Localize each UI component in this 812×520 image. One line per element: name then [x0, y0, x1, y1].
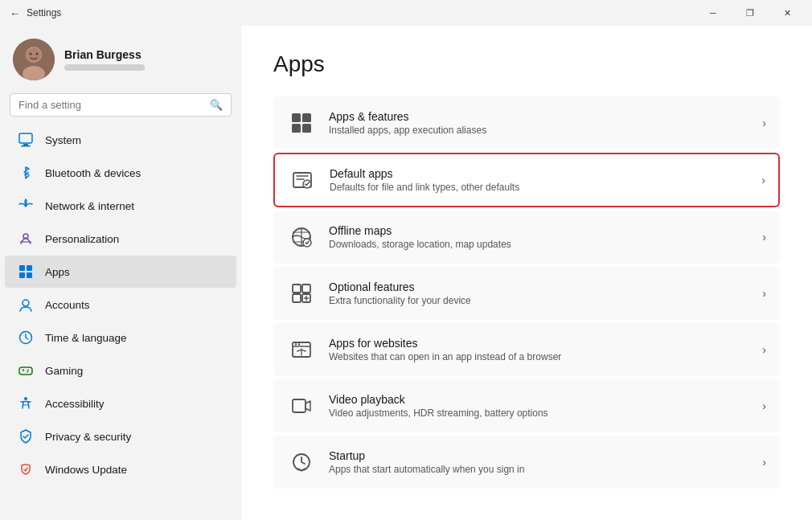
offline-maps-chevron: ›: [762, 231, 766, 244]
sidebar-label-time: Time & language: [45, 332, 127, 344]
svg-point-19: [27, 371, 28, 373]
optional-features-title: Optional features: [329, 280, 749, 293]
sidebar-item-gaming[interactable]: Gaming: [5, 354, 236, 387]
back-icon[interactable]: ←: [10, 7, 20, 19]
default-apps-desc: Defaults for file and link types, other …: [330, 182, 748, 193]
search-icon: 🔍: [210, 99, 223, 111]
apps-websites-icon: [287, 335, 316, 364]
optional-features-text: Optional features Extra functionality fo…: [329, 280, 749, 306]
svg-rect-7: [23, 144, 28, 145]
default-apps-title: Default apps: [330, 167, 748, 180]
network-icon: [18, 198, 34, 214]
svg-rect-8: [21, 145, 31, 147]
update-icon: [18, 461, 34, 477]
apps-websites-text: Apps for websites Websites that can open…: [329, 337, 749, 362]
apps-features-title: Apps & features: [329, 110, 749, 123]
sidebar-item-accounts[interactable]: Accounts: [5, 289, 236, 321]
sidebar-label-privacy: Privacy & security: [45, 431, 131, 443]
sidebar-item-apps[interactable]: Apps: [5, 256, 236, 288]
svg-rect-12: [27, 265, 32, 271]
sidebar-label-system: System: [45, 134, 81, 146]
sidebar-item-time[interactable]: Time & language: [5, 321, 236, 354]
gaming-icon: [18, 362, 34, 379]
sidebar-item-update[interactable]: Windows Update: [5, 453, 236, 485]
minimize-button[interactable]: ─: [695, 0, 732, 26]
sidebar-item-privacy[interactable]: Privacy & security: [5, 420, 236, 452]
settings-item-apps-features[interactable]: Apps & features Installed apps, app exec…: [273, 96, 780, 149]
video-playback-icon: [287, 391, 316, 420]
svg-rect-36: [293, 399, 306, 412]
offline-maps-icon: [287, 223, 316, 252]
settings-item-offline-maps[interactable]: Offline maps Downloads, storage location…: [273, 211, 780, 264]
system-icon: [18, 132, 34, 148]
search-box[interactable]: 🔍: [10, 93, 232, 117]
page-title: Apps: [273, 51, 780, 77]
svg-point-15: [23, 300, 29, 306]
settings-item-video-playback[interactable]: Video playback Video adjustments, HDR st…: [273, 379, 780, 432]
sidebar-label-accessibility: Accessibility: [45, 398, 105, 410]
video-playback-desc: Video adjustments, HDR streaming, batter…: [329, 407, 749, 419]
svg-rect-23: [292, 124, 301, 133]
settings-item-optional-features[interactable]: Optional features Extra functionality fo…: [273, 267, 780, 320]
svg-rect-29: [293, 285, 301, 293]
apps-features-chevron: ›: [762, 117, 766, 129]
settings-item-default-apps[interactable]: Default apps Defaults for file and link …: [273, 153, 780, 207]
accessibility-icon: [18, 395, 34, 411]
sidebar-label-gaming: Gaming: [45, 365, 83, 377]
svg-point-3: [27, 47, 41, 62]
startup-desc: Apps that start automatically when you s…: [329, 464, 749, 475]
svg-point-20: [24, 397, 27, 400]
sidebar-label-apps: Apps: [45, 266, 70, 278]
close-button[interactable]: ✕: [769, 0, 806, 26]
apps-features-desc: Installed apps, app execution aliases: [329, 125, 749, 136]
settings-item-startup[interactable]: Startup Apps that start automatically wh…: [273, 436, 780, 489]
sidebar-item-system[interactable]: System: [5, 124, 236, 156]
optional-features-icon: [287, 279, 316, 308]
offline-maps-text: Offline maps Downloads, storage location…: [329, 224, 749, 250]
sidebar-item-personalization[interactable]: Personalization: [5, 223, 236, 255]
default-apps-icon: [288, 166, 317, 194]
video-playback-text: Video playback Video adjustments, HDR st…: [329, 393, 749, 419]
svg-rect-22: [302, 113, 311, 122]
sidebar-item-accessibility[interactable]: Accessibility: [5, 387, 236, 420]
svg-rect-21: [292, 113, 301, 122]
titlebar-left: ← Settings: [10, 7, 61, 19]
privacy-icon: [18, 428, 34, 444]
apps-websites-title: Apps for websites: [329, 337, 749, 350]
offline-maps-title: Offline maps: [329, 224, 749, 237]
svg-rect-11: [19, 265, 25, 271]
svg-rect-30: [302, 285, 310, 293]
video-playback-chevron: ›: [762, 399, 766, 412]
sidebar-label-update: Windows Update: [45, 464, 127, 476]
svg-point-4: [30, 53, 32, 55]
user-profile: Brian Burgess: [0, 26, 241, 90]
svg-point-9: [25, 205, 27, 207]
sidebar-item-network[interactable]: Network & internet: [5, 190, 236, 222]
bluetooth-icon: [18, 165, 34, 181]
titlebar: ← Settings ─ ❐ ✕: [0, 0, 812, 26]
settings-list: Apps & features Installed apps, app exec…: [273, 96, 780, 489]
personalization-icon: [18, 231, 34, 247]
offline-maps-desc: Downloads, storage location, map updates: [329, 239, 749, 250]
user-name: Brian Burgess: [64, 48, 145, 61]
optional-features-desc: Extra functionality for your device: [329, 295, 749, 306]
settings-item-apps-websites[interactable]: Apps for websites Websites that can open…: [273, 323, 780, 376]
sidebar-label-personalization: Personalization: [45, 233, 119, 245]
svg-rect-17: [19, 367, 32, 375]
svg-point-34: [295, 343, 297, 345]
apps-features-icon: [287, 109, 316, 137]
maximize-button[interactable]: ❐: [732, 0, 769, 26]
svg-rect-6: [19, 133, 32, 143]
sidebar-item-bluetooth[interactable]: Bluetooth & devices: [5, 157, 236, 189]
startup-title: Startup: [329, 449, 749, 462]
svg-rect-14: [27, 272, 32, 278]
optional-features-chevron: ›: [762, 287, 766, 300]
user-info: Brian Burgess: [64, 48, 145, 71]
main-panel: Apps Apps & features Installed apps, app…: [241, 26, 812, 520]
svg-rect-24: [302, 124, 311, 133]
startup-icon: [287, 448, 316, 477]
apps-icon: [18, 264, 34, 280]
time-icon: [18, 330, 34, 346]
sidebar-label-accounts: Accounts: [45, 299, 90, 311]
search-input[interactable]: [18, 99, 203, 111]
